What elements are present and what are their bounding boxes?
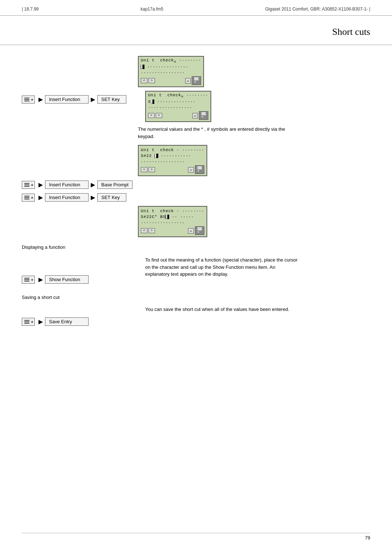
lcd4-btn-enter[interactable]: ↵ [188, 228, 193, 234]
header-center: kap17a.fm5 [140, 7, 163, 12]
lcd4-btn-menu: + [195, 226, 204, 235]
arrow-4: ▶ [38, 276, 43, 283]
numerical-note-block: The numerical values and the * , # symbo… [138, 126, 370, 140]
screen1-block: Uni t checku ········ ▌ ··············· … [138, 56, 370, 87]
saving-desc: You can save the short cut when all of t… [145, 306, 298, 313]
header-right: Gigaset 2011 Comfort, GBR: A30852-X1106-… [265, 7, 370, 12]
saving-section: Saving a short cut [22, 295, 370, 300]
lcd1-row2: ▌ ··············· [141, 65, 188, 69]
result-box-1: SET Key [97, 95, 126, 104]
instruction-row-2: + ▶ Insert Function ▶ Base Prompt [22, 181, 370, 189]
lcd2-row2: S▌ ·············· [148, 100, 196, 104]
saving-left: + ▶ Save Entry [22, 303, 138, 330]
page-title-area: Short cuts [0, 16, 392, 45]
screen4-block: Uni t check · ········ S#22C* BS▌ ·· ···… [138, 206, 370, 237]
page-title: Short cuts [332, 27, 370, 37]
lcd-screen-4: Uni t check · ········ S#22C* BS▌ ·· ···… [138, 206, 207, 237]
lcd1-row3: ················ [141, 70, 185, 75]
displaying-right: To find out the meaning of a function (s… [138, 254, 370, 281]
lcd-screen-2: Uni t checku ········ S▌ ·············· … [145, 91, 211, 122]
lcd3-row3: ················ [141, 159, 185, 164]
arrow-2b: ▶ [91, 181, 95, 188]
lcd3-buttons: < > ↵ + [141, 165, 204, 174]
lcd1-buttons: < > ↵ + [141, 76, 201, 85]
menu-icon-4: + [22, 276, 35, 284]
instruction-row-5: + ▶ Save Entry [22, 317, 138, 326]
lcd-btn-menu: + [192, 76, 201, 85]
instr-rows-2-3: + ▶ Insert Function ▶ Base Prompt + ▶ [22, 181, 370, 202]
instruction-row-3: + ▶ Insert Function ▶ SET Key [22, 193, 370, 202]
result-box-2: Base Prompt [97, 181, 132, 189]
instr4-margin: + ▶ Show Function [22, 275, 138, 284]
menu-icon-5: + [22, 318, 35, 326]
lcd2-btn-greater[interactable]: > [156, 113, 162, 118]
lcd2-btn-enter[interactable]: ↵ [192, 113, 198, 118]
displaying-label: Displaying a function [22, 244, 370, 250]
lcd3-btn-less[interactable]: < [141, 167, 147, 172]
result-box-3: SET Key [97, 193, 126, 202]
arrow-3: ▶ [38, 194, 43, 201]
instruction-row-1: + ▶ Insert Function ▶ SET Key Uni t chec… [22, 91, 370, 122]
lcd2-row1: Uni t checku ········ [148, 93, 208, 98]
lcd-screen-3: Uni t check · ········ S#22 ▌ ··········… [138, 145, 207, 176]
lcd4-row2: S#22C* BS▌ ·· ····· [141, 215, 194, 219]
displaying-two-col: + ▶ Show Function To find out the meanin… [22, 254, 370, 288]
arrow-5: ▶ [38, 318, 43, 325]
displaying-section: Displaying a function [22, 244, 370, 250]
instr1-right: Uni t checku ········ S▌ ·············· … [138, 91, 370, 122]
lcd4-buttons: < > ↵ + [141, 226, 204, 235]
lcd2-buttons: < > ↵ + [148, 111, 208, 120]
lcd2-btn-menu: + [199, 111, 208, 120]
saving-label: Saving a short cut [22, 295, 370, 300]
page-container: | 18.7.99 kap17a.fm5 Gigaset 2011 Comfor… [0, 0, 392, 555]
lcd3-row2: S#22 ▌ ··········· [141, 154, 191, 158]
lcd3-btn-enter[interactable]: ↵ [188, 167, 193, 173]
arrow-3b: ▶ [91, 194, 95, 201]
menu-icon-1: + [22, 96, 35, 104]
lcd2-btn-less[interactable]: < [148, 113, 155, 118]
lcd4-btn-greater[interactable]: > [148, 228, 155, 233]
instruction-row-4: + ▶ Show Function [22, 275, 138, 284]
lcd2-row3: ················ [148, 105, 192, 110]
lcd-btn-enter[interactable]: ↵ [185, 78, 191, 84]
lcd4-btn-less[interactable]: < [141, 228, 147, 233]
header: | 18.7.99 kap17a.fm5 Gigaset 2011 Comfor… [0, 0, 392, 16]
lcd-btn-greater[interactable]: > [148, 78, 155, 83]
lcd4-row1: Uni t check · ········ [141, 209, 204, 213]
lcd4-row3: ················ [141, 220, 185, 225]
lcd-btn-less[interactable]: < [141, 78, 147, 83]
screen3-block: Uni t check · ········ S#22 ▌ ··········… [138, 145, 370, 176]
action-box-5[interactable]: Save Entry [45, 317, 89, 326]
menu-icon-2: + [22, 181, 35, 189]
numerical-note: The numerical values and the * , # symbo… [138, 126, 290, 140]
bottom-line [22, 533, 370, 533]
menu-icon-3: + [22, 194, 35, 202]
lcd3-btn-menu: + [195, 165, 204, 174]
content: Uni t checku ········ ▌ ··············· … [0, 45, 392, 345]
lcd3-btn-greater[interactable]: > [148, 167, 155, 172]
action-box-4[interactable]: Show Function [45, 275, 89, 284]
lcd3-row1: Uni t check · ········ [141, 148, 204, 152]
saving-right: You can save the short cut when all of t… [138, 303, 370, 316]
lcd-screen-1: Uni t checku ········ ▌ ··············· … [138, 56, 204, 87]
instr1-left: + ▶ Insert Function ▶ SET Key [22, 91, 138, 108]
displaying-left: + ▶ Show Function [22, 254, 138, 288]
arrow-1: ▶ [38, 96, 43, 103]
instr5-margin: + ▶ Save Entry [22, 317, 138, 326]
action-box-3[interactable]: Insert Function [45, 193, 89, 202]
header-left: | 18.7.99 [22, 7, 39, 12]
saving-two-col: + ▶ Save Entry You can save the short cu… [22, 303, 370, 330]
arrow-1b: ▶ [91, 96, 95, 103]
action-box-2[interactable]: Insert Function [45, 181, 89, 189]
lcd1-row1: Uni t checku ········ [141, 58, 201, 64]
page-number: 79 [365, 535, 370, 540]
displaying-desc: To find out the meaning of a function (s… [145, 256, 298, 278]
action-box-1[interactable]: Insert Function [45, 95, 89, 104]
instr1-row: + ▶ Insert Function ▶ SET Key [22, 95, 138, 104]
arrow-2: ▶ [38, 181, 43, 188]
